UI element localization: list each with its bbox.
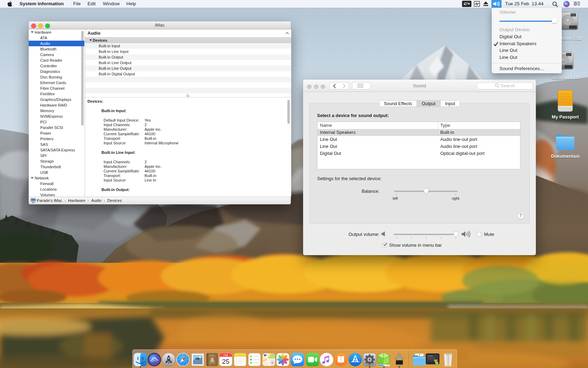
svg-text:FEB: FEB (224, 354, 228, 356)
svg-text:25: 25 (222, 358, 229, 365)
